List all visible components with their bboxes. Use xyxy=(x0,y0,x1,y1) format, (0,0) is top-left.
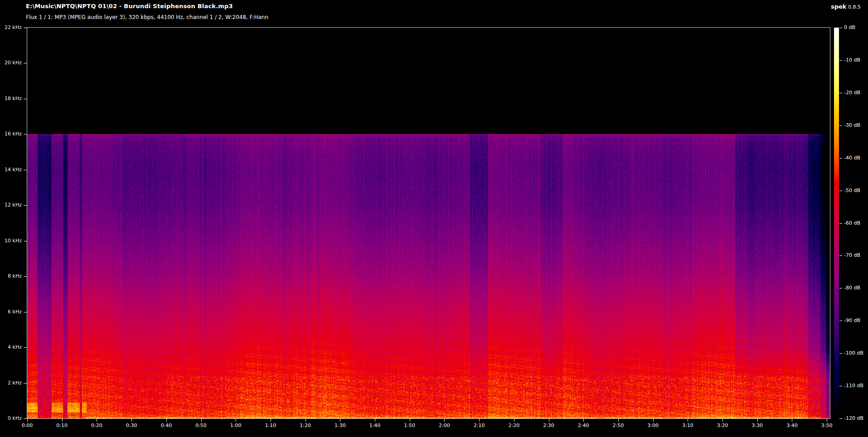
time-tick-label: 1:20 xyxy=(296,423,315,428)
freq-tick-label: 14 kHz xyxy=(1,167,22,173)
spectrogram-plot xyxy=(27,27,830,419)
time-tick-label: 1:10 xyxy=(262,423,280,428)
db-tick xyxy=(839,353,842,354)
time-tick-label: 2:20 xyxy=(505,423,523,428)
freq-tick xyxy=(24,276,27,277)
time-tick-label: 3:30 xyxy=(748,423,766,428)
freq-tick xyxy=(24,170,27,170)
freq-tick-label: 16 kHz xyxy=(1,131,22,137)
freq-tick-label: 12 kHz xyxy=(1,202,22,208)
time-tick-label: 1:40 xyxy=(366,423,384,428)
freq-tick-label: 20 kHz xyxy=(1,60,22,66)
db-tick xyxy=(839,93,842,93)
db-tick xyxy=(839,28,842,28)
stream-info: Flux 1 / 1: MP3 (MPEG audio layer 3), 32… xyxy=(26,14,268,20)
time-tick xyxy=(827,419,827,422)
freq-tick xyxy=(24,63,27,63)
freq-tick-label: 8 kHz xyxy=(1,273,22,279)
time-tick-label: 2:40 xyxy=(574,423,592,428)
freq-tick-label: 0 kHz xyxy=(1,415,22,421)
time-tick-label: 3:50 xyxy=(818,423,836,428)
freq-tick-label: 18 kHz xyxy=(1,96,22,101)
freq-tick xyxy=(24,418,27,419)
time-tick-label: 2:00 xyxy=(435,423,453,428)
db-tick xyxy=(839,158,842,158)
freq-tick-label: 22 kHz xyxy=(1,24,22,30)
time-tick-label: 3:20 xyxy=(713,423,732,428)
freq-tick xyxy=(24,134,27,134)
time-tick-label: 1:50 xyxy=(401,423,419,428)
db-tick xyxy=(839,125,842,126)
time-tick xyxy=(792,419,792,422)
db-tick xyxy=(839,288,842,288)
db-tick xyxy=(839,60,842,61)
time-tick xyxy=(479,419,480,422)
time-tick-label: 1:00 xyxy=(227,423,245,428)
db-tick-label: -10 dB xyxy=(844,57,860,63)
freq-tick-label: 6 kHz xyxy=(1,309,22,315)
time-tick-label: 0:50 xyxy=(192,423,210,428)
freq-tick-label: 4 kHz xyxy=(1,344,22,350)
db-tick-label: -60 dB xyxy=(844,220,860,226)
time-tick xyxy=(131,419,132,422)
freq-tick xyxy=(24,205,27,206)
time-tick-label: 2:50 xyxy=(609,423,627,428)
freq-tick xyxy=(24,383,27,384)
time-tick xyxy=(166,419,167,422)
db-tick-label: -110 dB xyxy=(844,383,863,389)
time-tick-label: 1:30 xyxy=(331,423,349,428)
time-tick-label: 0:20 xyxy=(87,423,106,428)
time-tick xyxy=(62,419,63,422)
time-tick-label: 0:10 xyxy=(53,423,71,428)
time-tick xyxy=(444,419,445,422)
time-tick xyxy=(201,419,202,422)
time-tick-label: 0:00 xyxy=(18,423,36,428)
freq-tick xyxy=(24,347,27,348)
db-tick-label: -50 dB xyxy=(844,187,860,193)
colorbar xyxy=(834,28,839,418)
db-tick xyxy=(839,386,842,386)
time-tick xyxy=(514,419,514,422)
spectrogram-canvas xyxy=(27,28,830,418)
time-tick xyxy=(97,419,97,422)
db-tick-label: -80 dB xyxy=(844,285,860,291)
time-tick xyxy=(723,419,723,422)
time-tick xyxy=(549,419,549,422)
time-tick xyxy=(757,419,758,422)
freq-tick xyxy=(24,99,27,99)
time-tick-label: 3:40 xyxy=(783,423,801,428)
time-tick xyxy=(375,419,375,422)
db-tick-label: 0 dB xyxy=(844,24,855,30)
freq-tick xyxy=(24,312,27,312)
time-tick-label: 2:30 xyxy=(540,423,558,428)
app-version: 0.8.5 xyxy=(848,4,861,10)
time-tick xyxy=(410,419,410,422)
spek-app: { "app": { "name": "spek", "version": "0… xyxy=(0,0,868,437)
time-tick xyxy=(271,419,271,422)
db-tick xyxy=(839,191,842,191)
db-tick xyxy=(839,418,842,419)
freq-tick-label: 10 kHz xyxy=(1,238,22,244)
app-version-badge: spek 0.8.5 xyxy=(831,3,861,10)
db-tick-label: -40 dB xyxy=(844,155,860,161)
db-tick-label: -120 dB xyxy=(844,415,863,421)
time-tick-label: 3:10 xyxy=(679,423,697,428)
time-tick-label: 0:40 xyxy=(157,423,175,428)
time-tick xyxy=(340,419,340,422)
freq-tick-label: 2 kHz xyxy=(1,380,22,386)
db-tick-label: -100 dB xyxy=(844,350,863,356)
db-tick-label: -30 dB xyxy=(844,122,860,128)
time-tick xyxy=(583,419,584,422)
time-tick-label: 0:30 xyxy=(122,423,141,428)
db-tick xyxy=(839,223,842,224)
app-name: spek xyxy=(831,3,847,10)
file-path-title: E:\Music\NPTQ\NPTQ 01\02 - Burundi Steip… xyxy=(26,3,233,10)
db-tick xyxy=(839,321,842,321)
db-tick-label: -90 dB xyxy=(844,317,860,323)
time-tick xyxy=(236,419,236,422)
time-tick-label: 2:10 xyxy=(470,423,488,428)
freq-tick xyxy=(24,28,27,28)
db-tick xyxy=(839,255,842,256)
time-tick xyxy=(27,419,28,422)
freq-tick xyxy=(24,241,27,241)
